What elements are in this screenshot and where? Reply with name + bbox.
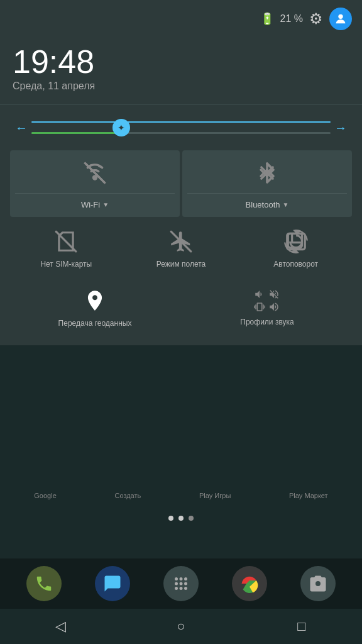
messages-app-icon[interactable] — [95, 566, 130, 601]
sim-tile[interactable]: Нет SIM-карты — [10, 219, 123, 276]
date-display: Среда, 11 апреля — [13, 80, 349, 92]
bluetooth-dropdown-arrow[interactable]: ▼ — [283, 201, 289, 208]
wifi-label: Wi-Fi — [81, 200, 100, 209]
autorotate-tile[interactable]: Автоповорот — [239, 219, 352, 276]
recent-button[interactable]: □ — [286, 611, 317, 642]
dock-label-play-market: Play Маркет — [289, 492, 328, 499]
airplane-tile[interactable]: Режим полета — [125, 219, 238, 276]
time-area: 19:48 Среда, 11 апреля — [0, 38, 362, 105]
svg-point-8 — [175, 582, 178, 586]
sound-icon-1 — [253, 289, 266, 300]
wifi-tile-bottom: Wi-Fi ▼ — [81, 200, 109, 209]
home-button[interactable]: ○ — [165, 611, 197, 642]
dock-label-create: Создать — [114, 492, 141, 499]
sound-mute-icon — [268, 289, 280, 300]
svg-point-10 — [184, 582, 187, 586]
bluetooth-icon — [255, 160, 280, 186]
svg-point-2 — [94, 177, 97, 180]
no-sim-icon — [54, 230, 78, 253]
svg-point-13 — [184, 587, 187, 590]
bluetooth-tile[interactable]: Bluetooth ▼ — [182, 150, 352, 217]
sound-icons-grid — [253, 289, 281, 311]
bluetooth-tile-bottom: Bluetooth ▼ — [246, 200, 289, 209]
toggle-row-2: Нет SIM-карты Режим полета Автоповорот — [10, 219, 352, 276]
page-dot-3 — [189, 516, 194, 521]
svg-point-5 — [175, 577, 178, 580]
brightness-thumb[interactable]: ✦ — [112, 119, 130, 136]
wifi-off-icon — [82, 160, 107, 186]
nav-bar: ◁ ○ □ — [0, 609, 362, 644]
launcher-app-icon[interactable] — [163, 566, 199, 601]
autorotate-icon — [284, 230, 308, 253]
airplane-label: Режим полета — [156, 260, 206, 269]
bluetooth-tile-divider — [187, 193, 347, 194]
wifi-tile[interactable]: Wi-Fi ▼ — [10, 150, 180, 217]
phone-app-icon[interactable] — [26, 566, 62, 601]
speaker-icon — [268, 301, 280, 313]
page-dot-1 — [168, 516, 173, 521]
toggle-row-3: Передача геоданных Профили звука — [10, 279, 352, 335]
dock-label-google: Google — [34, 492, 56, 499]
svg-point-12 — [179, 587, 182, 590]
sound-label: Профили звука — [240, 318, 293, 326]
chrome-svg — [240, 574, 259, 593]
dock-labels-row: Google Создать Play Игры Play Маркет — [0, 488, 362, 503]
quick-settings-panel: ← ✦ → — [0, 105, 362, 345]
autorotate-label: Автоповорот — [273, 260, 318, 269]
status-bar: 🔋 21 % ⚙ — [0, 0, 362, 38]
svg-point-11 — [175, 587, 178, 590]
time-display: 19:48 — [13, 45, 349, 78]
svg-point-0 — [338, 14, 343, 19]
dock-label-play-games: Play Игры — [199, 492, 231, 499]
vibrate-icon — [253, 301, 266, 313]
camera-app-icon[interactable] — [300, 566, 336, 601]
geo-label: Передача геоданных — [58, 319, 132, 328]
brightness-slider-wrapper: ← ✦ → — [15, 118, 347, 138]
page-dot-2 — [178, 516, 184, 521]
location-icon — [83, 289, 107, 313]
svg-point-7 — [184, 577, 187, 580]
brightness-row: ← ✦ → — [10, 118, 352, 150]
toggle-row-1: Wi-Fi ▼ Bluetooth ▼ — [10, 150, 352, 217]
sun-icon: ✦ — [118, 123, 125, 133]
bluetooth-label: Bluetooth — [246, 200, 280, 209]
app-dock — [0, 558, 362, 609]
wifi-dropdown-arrow[interactable]: ▼ — [102, 201, 109, 208]
battery-icon: 🔋 — [260, 12, 274, 26]
airplane-icon — [169, 230, 193, 253]
chrome-app-icon[interactable] — [232, 566, 267, 601]
avatar[interactable] — [329, 8, 352, 30]
brightness-arrow-left: ← — [15, 121, 28, 135]
wifi-tile-divider — [15, 193, 175, 194]
sound-tile[interactable]: Профили звука — [182, 279, 352, 335]
battery-level: 21 % — [280, 13, 303, 25]
geo-tile[interactable]: Передача геоданных — [10, 279, 180, 335]
page-dots — [0, 516, 362, 521]
back-button[interactable]: ◁ — [45, 611, 76, 642]
svg-point-9 — [179, 582, 182, 586]
brightness-slider[interactable]: ✦ — [31, 118, 331, 138]
sim-label: Нет SIM-карты — [40, 260, 92, 269]
settings-icon[interactable]: ⚙ — [309, 10, 323, 28]
brightness-arrow-right: → — [334, 121, 347, 135]
svg-point-6 — [179, 577, 182, 580]
